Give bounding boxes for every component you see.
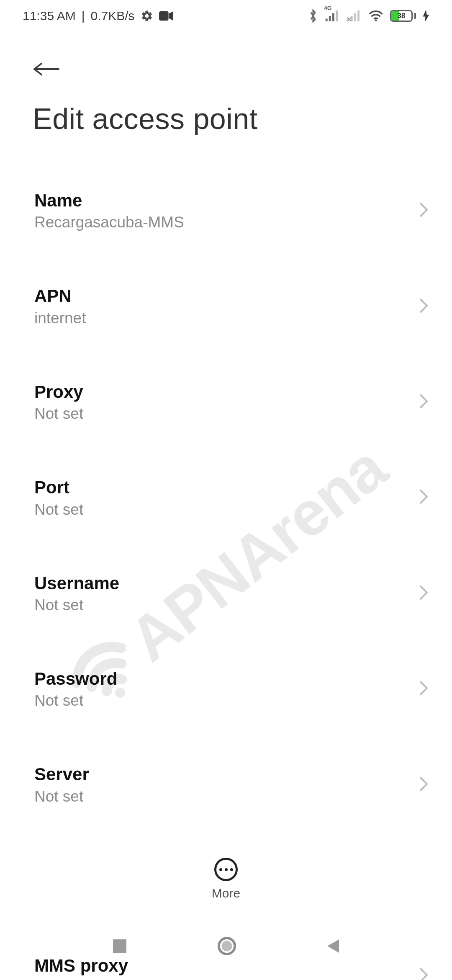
chevron-right-icon: [419, 393, 429, 411]
row-proxy[interactable]: Proxy Not set: [0, 382, 452, 423]
row-title: Server: [34, 764, 89, 785]
chevron-right-icon: [419, 297, 429, 316]
svg-rect-3: [332, 13, 334, 21]
triangle-left-icon: [326, 938, 341, 954]
row-title: APN: [34, 286, 86, 307]
status-separator: |: [82, 9, 85, 23]
chevron-right-icon: [419, 488, 429, 507]
row-value: Not set: [34, 692, 117, 709]
svg-rect-2: [329, 16, 331, 21]
svg-rect-8: [357, 10, 360, 21]
row-server[interactable]: Server Not set: [0, 764, 452, 805]
row-value: internet: [34, 309, 86, 327]
status-bar: 11:35 AM | 0.7KB/s 4G 38: [0, 0, 452, 31]
svg-point-16: [222, 941, 232, 951]
status-right: 4G 38: [308, 9, 429, 23]
video-camera-icon: [159, 11, 173, 21]
chevron-right-icon: [419, 680, 429, 698]
chevron-right-icon: [419, 776, 429, 794]
settings-icon: [141, 10, 153, 22]
signal-secondary-icon: [347, 10, 362, 21]
chevron-right-icon: [419, 584, 429, 603]
row-title: Password: [34, 668, 117, 689]
row-value: Not set: [34, 788, 89, 805]
svg-rect-1: [326, 18, 328, 21]
row-value: Recargasacuba-MMS: [34, 214, 184, 231]
row-value: Not set: [34, 596, 119, 614]
row-value: Not set: [34, 405, 83, 423]
nav-recents-button[interactable]: [111, 938, 128, 956]
nav-back-button[interactable]: [326, 938, 341, 956]
bluetooth-icon: [308, 9, 318, 23]
svg-rect-14: [113, 939, 126, 953]
more-button[interactable]: More: [0, 858, 452, 900]
nav-home-button[interactable]: [217, 936, 236, 957]
nav-separator: [17, 912, 435, 912]
svg-rect-7: [354, 13, 356, 21]
wifi-icon: [368, 10, 383, 22]
status-left: 11:35 AM | 0.7KB/s: [23, 9, 173, 23]
system-nav-bar: [0, 913, 452, 980]
signal-label: 4G: [324, 5, 332, 11]
arrow-left-icon: [33, 61, 60, 77]
square-icon: [111, 938, 128, 954]
row-title: Proxy: [34, 382, 83, 402]
row-name[interactable]: Name Recargasacuba-MMS: [0, 190, 452, 231]
battery-indicator: 38: [390, 10, 416, 22]
row-title: Name: [34, 190, 184, 211]
svg-point-11: [375, 19, 377, 21]
svg-rect-4: [336, 10, 338, 21]
signal-4g-icon: 4G: [325, 10, 340, 21]
circle-icon: [217, 936, 236, 956]
charging-icon: [423, 10, 429, 22]
svg-rect-0: [159, 11, 169, 21]
chevron-right-icon: [419, 201, 429, 220]
back-button[interactable]: [0, 31, 452, 79]
status-net-speed: 0.7KB/s: [91, 9, 135, 23]
battery-percent: 38: [391, 11, 411, 21]
row-apn[interactable]: APN internet: [0, 286, 452, 327]
row-title: Username: [34, 573, 119, 594]
status-time: 11:35 AM: [23, 9, 76, 23]
row-title: Port: [34, 477, 83, 498]
row-password[interactable]: Password Not set: [0, 668, 452, 709]
row-port[interactable]: Port Not set: [0, 477, 452, 518]
row-username[interactable]: Username Not set: [0, 573, 452, 614]
settings-list: Name Recargasacuba-MMS APN internet Prox…: [0, 136, 452, 980]
row-value: Not set: [34, 501, 83, 518]
page-title: Edit access point: [0, 79, 452, 136]
more-horizontal-icon: [214, 858, 238, 881]
more-label: More: [212, 886, 240, 900]
